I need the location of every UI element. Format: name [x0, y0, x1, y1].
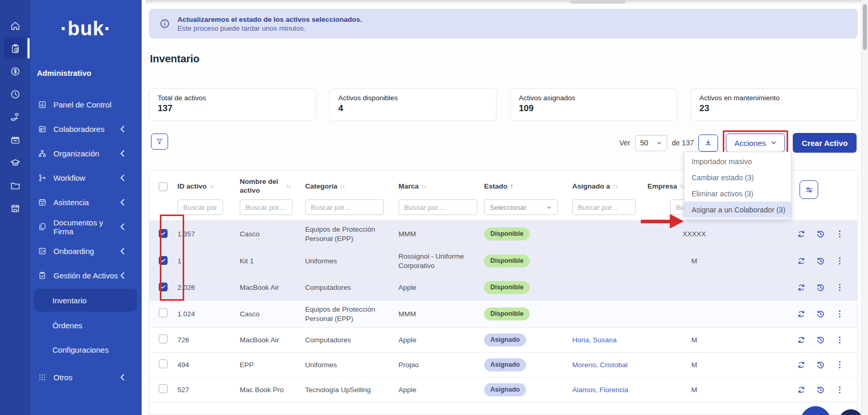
nombre-filter-input[interactable]	[240, 199, 293, 215]
sort-both-icon: ↑↓	[209, 183, 214, 190]
column-header-marca[interactable]: Marca↑↓	[398, 182, 484, 191]
kebab-icon[interactable]	[835, 256, 845, 266]
assigned-person-link[interactable]: Moreno, Cristobal	[572, 361, 628, 369]
rail-item-culture[interactable]	[4, 129, 26, 151]
rail-item-marketplace[interactable]	[4, 197, 26, 219]
row-checkbox[interactable]	[159, 359, 168, 368]
rail-item-training[interactable]	[4, 152, 26, 173]
column-settings-button[interactable]	[800, 180, 818, 199]
refresh-icon[interactable]	[796, 229, 806, 239]
row-checkbox[interactable]	[159, 256, 168, 265]
page-size-select[interactable]: 50	[635, 135, 667, 151]
sidebar-item-org[interactable]: Organización	[30, 141, 142, 166]
sidebar-item-documents[interactable]: Documentos y Firma	[30, 215, 142, 239]
id-filter-input[interactable]	[177, 199, 223, 215]
sidebar-item-workflow[interactable]: Workflow	[30, 166, 142, 190]
history-icon[interactable]	[816, 385, 825, 395]
history-icon[interactable]	[816, 256, 825, 266]
download-icon	[704, 139, 712, 147]
refresh-icon[interactable]	[796, 256, 806, 266]
cell-categoria: Tecnología UpSelling	[305, 385, 398, 395]
sidebar-item-panel[interactable]: Panel de Control	[30, 92, 142, 117]
column-header-asig[interactable]: Asignado a↑↓	[572, 182, 647, 191]
row-checkbox[interactable]	[159, 334, 168, 343]
rail-item-time[interactable]	[4, 83, 26, 105]
horizontal-scrollbar[interactable]	[146, 0, 862, 4]
kebab-icon[interactable]	[835, 229, 845, 239]
menu-item-2[interactable]: Eliminar activos (3)	[684, 185, 791, 202]
row-checkbox[interactable]	[159, 229, 168, 238]
hscroll-thumb[interactable]	[570, 1, 625, 4]
sidebar-item-clipboard-check[interactable]: Gestión de Activos	[30, 263, 142, 288]
refresh-icon[interactable]	[796, 335, 806, 345]
history-icon[interactable]	[816, 283, 825, 292]
sidebar-subitem-inventario[interactable]: Inventario	[34, 289, 137, 312]
sidebar-subitem-label: Órdenes	[52, 321, 82, 330]
assigned-person-link[interactable]: Horia, Susana	[572, 336, 617, 344]
marca-filter-input[interactable]	[398, 199, 477, 215]
filter-button[interactable]	[151, 133, 168, 150]
refresh-icon[interactable]	[796, 360, 806, 370]
kebab-icon[interactable]	[835, 385, 845, 395]
sidebar-item-otros[interactable]: Otros	[30, 365, 142, 390]
history-icon[interactable]	[816, 309, 825, 319]
history-icon[interactable]	[816, 360, 825, 370]
status-badge: Asignado	[484, 358, 526, 371]
sidebar-item-onboarding[interactable]: Onboarding	[30, 239, 142, 263]
kebab-icon[interactable]	[835, 283, 845, 292]
sidebar-item-calendar-check[interactable]: Asistencia	[30, 190, 142, 215]
menu-item-1[interactable]: Cambiar estado (3)	[684, 169, 791, 185]
column-header-cat[interactable]: Categoría↑↓	[305, 182, 398, 191]
refresh-icon[interactable]	[796, 385, 806, 395]
kebab-icon[interactable]	[835, 309, 845, 319]
cell-marca: Apple	[398, 283, 484, 292]
rail-item-payments[interactable]	[4, 60, 26, 82]
row-checkbox[interactable]	[159, 309, 168, 317]
menu-item-0[interactable]: Importador masivo	[684, 153, 791, 169]
kebab-icon[interactable]	[835, 360, 845, 370]
kebab-icon[interactable]	[835, 335, 845, 345]
row-checkbox[interactable]	[159, 283, 168, 291]
column-header-nombre[interactable]: Nombre del activo↑↓	[240, 178, 305, 195]
refresh-icon[interactable]	[796, 309, 806, 319]
chevron-down-icon	[770, 140, 777, 146]
sidebar-subitem-órdenes[interactable]: Órdenes	[30, 313, 142, 338]
rail-item-folder[interactable]	[4, 175, 26, 196]
marketplace-icon	[10, 203, 21, 214]
sidebar-subitem-configuraciones[interactable]: Configuraciones	[30, 338, 142, 362]
refresh-icon[interactable]	[796, 283, 806, 292]
select-all-checkbox[interactable]	[159, 182, 168, 191]
rail-item-benefits[interactable]	[4, 106, 26, 128]
stat-card-value: 23	[699, 103, 849, 114]
assigned-person-link[interactable]: Alamos, Florencia	[572, 386, 628, 394]
asignado-filter-input[interactable]	[572, 199, 636, 215]
cell-estado: Disponible	[484, 227, 572, 240]
column-header-id[interactable]: ID activo↑↓	[177, 182, 240, 191]
vscroll-thumb[interactable]	[863, 4, 867, 50]
vertical-scrollbar[interactable]	[861, 0, 868, 415]
documents-icon	[38, 222, 47, 231]
history-icon[interactable]	[816, 229, 825, 239]
actions-button[interactable]: Acciones	[726, 133, 785, 152]
sidebar-subitem-label: Inventario	[52, 296, 87, 305]
rail-item-tasks-clipboard[interactable]	[4, 37, 26, 59]
sidebar-item-label: Organización	[53, 149, 99, 158]
sort-both-icon: ↑↓	[613, 183, 617, 190]
chevron-left-icon	[118, 247, 127, 256]
row-checkbox[interactable]	[159, 384, 168, 393]
sidebar-nav: Panel de ControlColaboradoresOrganizació…	[30, 92, 142, 288]
sidebar-item-idcard[interactable]: Colaboradores	[30, 117, 142, 141]
create-asset-button[interactable]: Crear Activo	[793, 133, 857, 153]
menu-item-3[interactable]: Asignar a un Colaborador (3)	[684, 202, 791, 218]
chevron-left-icon	[118, 373, 127, 382]
cell-marca: Rossignol - Uniforme Corporativo	[398, 252, 484, 271]
column-header-estado[interactable]: Estado↑	[484, 182, 572, 191]
sidebar-item-label: Panel de Control	[53, 100, 112, 109]
download-button[interactable]	[698, 135, 718, 152]
sliders-icon	[805, 185, 814, 194]
history-icon[interactable]	[816, 335, 825, 345]
categoria-filter-input[interactable]	[305, 199, 384, 215]
table-row-partial	[149, 402, 857, 415]
estado-filter-select[interactable]: Seleccionar	[484, 199, 558, 215]
rail-item-home[interactable]	[4, 15, 26, 36]
